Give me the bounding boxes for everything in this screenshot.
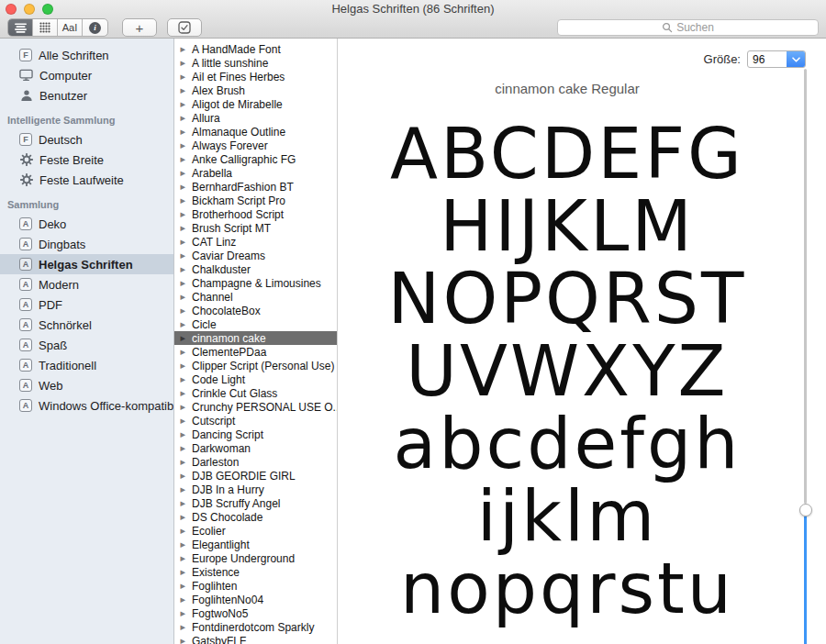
disclosure-triangle-icon[interactable]: ▶: [180, 114, 187, 121]
font-list-item-bernhardfashion-bt[interactable]: ▶BernhardFashion BT: [174, 180, 337, 194]
disclosure-triangle-icon[interactable]: ▶: [180, 279, 187, 286]
font-list-item-gatsbyflf[interactable]: ▶GatsbyFLF: [174, 634, 337, 644]
disclosure-triangle-icon[interactable]: ▶: [180, 568, 187, 575]
size-slider-thumb[interactable]: [799, 504, 812, 516]
disclosure-triangle-icon[interactable]: ▶: [180, 45, 187, 52]
sidebar-item-computer[interactable]: Computer: [0, 65, 173, 85]
disclosure-triangle-icon[interactable]: ▶: [180, 527, 187, 534]
font-list-item-channel[interactable]: ▶Channel: [174, 290, 337, 304]
font-list-item-anke-calligraphic-fg[interactable]: ▶Anke Calligraphic FG: [174, 152, 337, 166]
font-list-item-brotherhood-script[interactable]: ▶Brotherhood Script: [174, 207, 337, 221]
size-dropdown-button[interactable]: [787, 51, 805, 67]
size-combobox[interactable]: 96: [747, 50, 806, 68]
font-list-item-a-little-sunshine[interactable]: ▶A little sunshine: [174, 56, 337, 70]
font-list-item-cat-linz[interactable]: ▶CAT Linz: [174, 235, 337, 249]
font-list-item-ail-et-fines-herbes[interactable]: ▶Ail et Fines Herbes: [174, 70, 337, 83]
font-list-item-crinkle-cut-glass[interactable]: ▶Crinkle Cut Glass: [174, 386, 337, 400]
search-input[interactable]: Suchen: [557, 19, 819, 36]
font-list-item-ecolier[interactable]: ▶Ecolier: [174, 524, 337, 538]
font-list-item-crunchy-personal-use-o[interactable]: ▶Crunchy PERSONAL USE O...: [174, 400, 337, 414]
font-list-item-alex-brush[interactable]: ▶Alex Brush: [174, 83, 337, 97]
disclosure-triangle-icon[interactable]: ▶: [180, 595, 187, 603]
disclosure-triangle-icon[interactable]: ▶: [180, 623, 187, 630]
disclosure-triangle-icon[interactable]: ▶: [180, 210, 187, 217]
sidebar-item-deko[interactable]: ADeko: [0, 214, 173, 234]
disclosure-triangle-icon[interactable]: ▶: [180, 265, 187, 272]
disclosure-triangle-icon[interactable]: ▶: [180, 389, 187, 396]
sidebar-item-feste-breite[interactable]: Feste Breite: [0, 150, 173, 170]
sidebar-item-traditionell[interactable]: ATraditionell: [0, 355, 173, 375]
disclosure-triangle-icon[interactable]: ▶: [180, 320, 187, 328]
font-list-item-a-handmade-font[interactable]: ▶A HandMade Font: [174, 42, 337, 56]
disclosure-triangle-icon[interactable]: ▶: [180, 141, 187, 149]
disclosure-triangle-icon[interactable]: ▶: [180, 334, 187, 341]
font-list-item-fontdinerdotcom-sparkly[interactable]: ▶Fontdinerdotcom Sparkly: [174, 620, 337, 634]
disclosure-triangle-icon[interactable]: ▶: [180, 472, 187, 479]
font-list-item-djb-geordie-girl[interactable]: ▶DJB GEORDIE GIRL: [174, 469, 337, 483]
font-list-item-clementepdaa[interactable]: ▶ClementePDaa: [174, 345, 337, 359]
font-list-item-code-light[interactable]: ▶Code Light: [174, 372, 337, 386]
sidebar-item-alle-schriften[interactable]: FAlle Schriften: [0, 45, 173, 65]
font-list-item-cutscript[interactable]: ▶Cutscript: [174, 414, 337, 427]
disclosure-triangle-icon[interactable]: ▶: [180, 100, 187, 107]
font-list-item-brush-script-mt[interactable]: ▶Brush Script MT: [174, 221, 337, 235]
disclosure-triangle-icon[interactable]: ▶: [180, 582, 187, 589]
disclosure-triangle-icon[interactable]: ▶: [180, 554, 187, 561]
disclosure-triangle-icon[interactable]: ▶: [180, 499, 187, 506]
grid-view-segment[interactable]: [33, 19, 58, 36]
add-collection-button[interactable]: +: [122, 18, 157, 37]
disclosure-triangle-icon[interactable]: ▶: [180, 251, 187, 259]
disclosure-triangle-icon[interactable]: ▶: [180, 86, 187, 94]
disclosure-triangle-icon[interactable]: ▶: [180, 444, 187, 451]
font-list-item-allura[interactable]: ▶Allura: [174, 111, 337, 125]
font-list-item-ds-chocolade[interactable]: ▶DS Chocolade: [174, 510, 337, 524]
sidebar-item-spa[interactable]: ASpaß: [0, 335, 173, 355]
font-list-item-cicle[interactable]: ▶Cicle: [174, 317, 337, 331]
size-slider-track[interactable]: [804, 69, 807, 504]
font-list-item-darleston[interactable]: ▶Darleston: [174, 455, 337, 469]
disclosure-triangle-icon[interactable]: ▶: [180, 128, 187, 135]
disclosure-triangle-icon[interactable]: ▶: [180, 196, 187, 204]
disclosure-triangle-icon[interactable]: ▶: [180, 416, 187, 424]
disclosure-triangle-icon[interactable]: ▶: [180, 361, 187, 369]
disclosure-triangle-icon[interactable]: ▶: [180, 375, 187, 383]
disclosure-triangle-icon[interactable]: ▶: [180, 403, 187, 410]
font-list-item-arabella[interactable]: ▶Arabella: [174, 166, 337, 180]
font-list-item-europe-underground[interactable]: ▶Europe Underground: [174, 551, 337, 565]
disclosure-triangle-icon[interactable]: ▶: [180, 513, 187, 520]
font-list-item-bickham-script-pro[interactable]: ▶Bickham Script Pro: [174, 194, 337, 207]
disclosure-triangle-icon[interactable]: ▶: [180, 430, 187, 438]
disclosure-triangle-icon[interactable]: ▶: [180, 306, 187, 314]
font-list-item-aligot-de-mirabelle[interactable]: ▶Aligot de Mirabelle: [174, 97, 337, 111]
font-list-item-cinnamon-cake[interactable]: ▶cinnamon cake: [174, 331, 337, 345]
font-list-item-almanaque-outline[interactable]: ▶Almanaque Outline: [174, 125, 337, 139]
disclosure-triangle-icon[interactable]: ▶: [180, 293, 187, 300]
font-list-item-djb-in-a-hurry[interactable]: ▶DJB In a Hurry: [174, 483, 337, 496]
list-view-segment[interactable]: [8, 19, 33, 36]
sidebar-item-pdf[interactable]: APDF: [0, 294, 173, 315]
font-list-item-darkwoman[interactable]: ▶Darkwoman: [174, 441, 337, 455]
sidebar-item-benutzer[interactable]: Benutzer: [0, 85, 173, 105]
sidebar-item-helgas-schriften[interactable]: AHelgas Schriften: [0, 254, 173, 274]
sidebar-item-schn-rkel[interactable]: ASchnörkel: [0, 315, 173, 335]
font-list-item-caviar-dreams[interactable]: ▶Caviar Dreams: [174, 249, 337, 262]
sidebar-item-dingbats[interactable]: ADingbats: [0, 234, 173, 254]
font-list-item-champagne-limousines[interactable]: ▶Champagne & Limousines: [174, 276, 337, 290]
sample-view-segment[interactable]: AaI: [58, 19, 83, 36]
disclosure-triangle-icon[interactable]: ▶: [180, 183, 187, 190]
sidebar-item-web[interactable]: AWeb: [0, 375, 173, 395]
info-view-segment[interactable]: i: [83, 19, 107, 36]
sidebar-item-deutsch[interactable]: FDeutsch: [0, 129, 173, 150]
font-list-item-chocolatebox[interactable]: ▶ChocolateBox: [174, 304, 337, 317]
disclosure-triangle-icon[interactable]: ▶: [180, 224, 187, 231]
font-list-item-fogtwono5[interactable]: ▶FogtwoNo5: [174, 606, 337, 620]
disclosure-triangle-icon[interactable]: ▶: [180, 59, 187, 66]
size-slider-track-filled[interactable]: [804, 516, 807, 644]
font-list-item-chalkduster[interactable]: ▶Chalkduster: [174, 262, 337, 276]
font-list-item-clipper-script-personal-use[interactable]: ▶Clipper Script (Personal Use): [174, 359, 337, 372]
font-list-item-foglihten[interactable]: ▶Foglihten: [174, 579, 337, 593]
disclosure-triangle-icon[interactable]: ▶: [180, 72, 187, 80]
sidebar-item-feste-laufweite[interactable]: Feste Laufweite: [0, 170, 173, 190]
disclosure-triangle-icon[interactable]: ▶: [180, 485, 187, 493]
sidebar-item-modern[interactable]: AModern: [0, 274, 173, 294]
